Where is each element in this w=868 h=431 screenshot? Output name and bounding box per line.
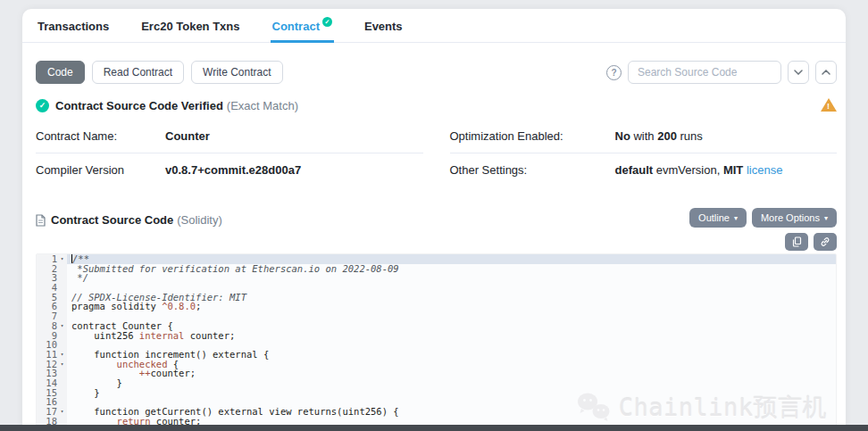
code-lines: 1▾/**2 *Submitted for verification at Et… bbox=[37, 254, 836, 431]
document-icon bbox=[36, 214, 46, 227]
outline-dropdown[interactable]: Outline▾ bbox=[689, 208, 747, 228]
contract-name-label: Contract Name: bbox=[36, 129, 165, 143]
code-button[interactable]: Code bbox=[36, 61, 85, 84]
contract-card: TransactionsErc20 Token TxnsContract✓Eve… bbox=[22, 9, 846, 431]
link-icon bbox=[820, 236, 830, 247]
search-source-code-input[interactable] bbox=[628, 61, 781, 84]
caret-down-icon: ▾ bbox=[824, 214, 828, 222]
warning-icon[interactable] bbox=[821, 98, 837, 112]
source-code-header: Contract Source Code (Solidity) Outline▾… bbox=[36, 208, 837, 251]
other-settings-row: Other Settings: default evmVersion, MIT … bbox=[450, 153, 838, 186]
compiler-version-row: Compiler Version v0.8.7+commit.e28d00a7 bbox=[36, 153, 423, 186]
more-options-dropdown[interactable]: More Options▾ bbox=[752, 208, 837, 228]
caret-down-icon: ▾ bbox=[734, 214, 738, 222]
fold-icon[interactable]: ▾ bbox=[57, 350, 67, 360]
other-settings-value: default evmVersion, MIT license bbox=[615, 163, 783, 177]
read-contract-button[interactable]: Read Contract bbox=[92, 61, 184, 84]
optimization-label: Optimization Enabled: bbox=[450, 129, 615, 143]
verified-badge-icon: ✓ bbox=[322, 17, 332, 27]
verified-title: Contract Source Code Verified bbox=[55, 99, 223, 112]
fold-icon[interactable]: ▾ bbox=[57, 407, 67, 417]
code-line: 14 } bbox=[37, 378, 836, 388]
verification-status-row: ✓ Contract Source Code Verified (Exact M… bbox=[36, 98, 837, 112]
line-number[interactable]: 11▾ bbox=[37, 350, 67, 360]
code-line: 2 *Submitted for verification at Ethersc… bbox=[37, 264, 836, 274]
search-prev-button[interactable] bbox=[815, 61, 837, 84]
code-toolbar: Code Read Contract Write Contract ? bbox=[36, 61, 837, 84]
tab-bar: TransactionsErc20 Token TxnsContract✓Eve… bbox=[22, 9, 846, 43]
compiler-version-value: v0.8.7+commit.e28d00a7 bbox=[165, 163, 301, 177]
tab-contract[interactable]: Contract✓ bbox=[271, 9, 334, 43]
help-icon[interactable]: ? bbox=[606, 65, 622, 80]
contract-name-value: Counter bbox=[165, 129, 210, 143]
copy-source-button[interactable] bbox=[785, 233, 808, 251]
code-line: 6pragma solidity ^0.8.0; bbox=[37, 302, 836, 311]
optimization-row: Optimization Enabled: No with 200 runs bbox=[450, 120, 838, 153]
tab-erc20-token-txns[interactable]: Erc20 Token Txns bbox=[139, 9, 241, 43]
fold-icon[interactable]: ▾ bbox=[57, 321, 67, 331]
verified-check-icon: ✓ bbox=[36, 99, 49, 112]
copy-icon bbox=[792, 236, 802, 247]
line-number[interactable]: 8▾ bbox=[37, 321, 67, 331]
tab-transactions[interactable]: Transactions bbox=[36, 9, 111, 43]
contract-details: Contract Name: Counter Compiler Version … bbox=[36, 120, 837, 186]
permalink-button[interactable] bbox=[814, 233, 837, 251]
optimization-value: No with 200 runs bbox=[615, 129, 703, 143]
contract-name-row: Contract Name: Counter bbox=[36, 120, 423, 153]
source-code-language: (Solidity) bbox=[177, 213, 222, 227]
source-code-editor[interactable]: 1▾/**2 *Submitted for verification at Et… bbox=[36, 253, 837, 431]
page-bottom-bar bbox=[0, 425, 868, 431]
write-contract-button[interactable]: Write Contract bbox=[191, 61, 282, 84]
tab-events[interactable]: Events bbox=[363, 9, 405, 43]
code-line: 3 */ bbox=[37, 273, 836, 283]
code-line: 13 ++counter; bbox=[37, 369, 836, 378]
other-settings-label: Other Settings: bbox=[450, 163, 615, 177]
chevron-up-icon bbox=[822, 70, 830, 75]
search-next-button[interactable] bbox=[788, 61, 809, 84]
fold-icon[interactable]: ▾ bbox=[57, 254, 67, 264]
code-line: 9 uint256 internal counter; bbox=[37, 331, 836, 341]
code-line: 15 } bbox=[37, 388, 836, 398]
compiler-version-label: Compiler Version bbox=[36, 163, 165, 177]
fold-icon[interactable]: ▾ bbox=[57, 360, 67, 369]
source-code-title: Contract Source Code bbox=[51, 213, 173, 227]
license-link[interactable]: license bbox=[747, 163, 782, 177]
verified-match-type: (Exact Match) bbox=[227, 99, 298, 112]
chevron-down-icon bbox=[794, 70, 803, 75]
